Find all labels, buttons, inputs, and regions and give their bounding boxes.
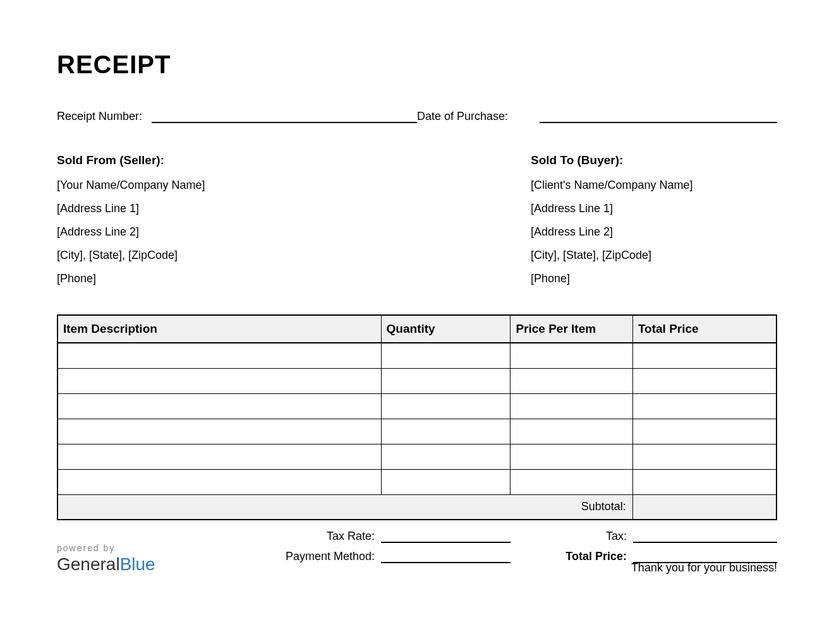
cell-total-price[interactable]: [632, 343, 777, 368]
seller-address2: [Address Line 2]: [57, 225, 417, 239]
tax-row: Tax Rate: Tax:: [57, 529, 777, 543]
cell-price-per-item[interactable]: [511, 444, 632, 469]
cell-price-per-item[interactable]: [511, 343, 632, 368]
table-row: [57, 368, 777, 393]
buyer-city-state-zip: [City], [State], [ZipCode]: [531, 249, 777, 262]
cell-price-per-item[interactable]: [511, 393, 632, 419]
cell-description[interactable]: [57, 444, 381, 469]
powered-by-text: powered by: [57, 543, 155, 553]
cell-total-price[interactable]: [632, 469, 777, 494]
seller-address1: [Address Line 1]: [57, 202, 417, 215]
buyer-header: Sold To (Buyer):: [531, 153, 777, 167]
logo: GeneralBlue: [57, 554, 155, 575]
logo-part2: Blue: [120, 554, 155, 574]
buyer-address2: [Address Line 2]: [531, 225, 777, 239]
buyer-phone: [Phone]: [531, 272, 777, 285]
header-description: Item Description: [57, 315, 381, 343]
cell-description[interactable]: [57, 343, 381, 368]
receipt-title: RECEIPT: [57, 51, 777, 79]
summary-section: Tax Rate: Tax: Payment Method: Total Pri…: [57, 529, 777, 563]
table-row: [57, 343, 777, 368]
seller-header: Sold From (Seller):: [57, 153, 417, 167]
date-input[interactable]: [540, 109, 777, 123]
cell-description[interactable]: [57, 469, 381, 494]
cell-price-per-item[interactable]: [511, 469, 632, 494]
table-row: [57, 419, 777, 444]
tax-input[interactable]: [633, 529, 777, 543]
cell-quantity[interactable]: [381, 393, 511, 419]
buyer-name: [Client's Name/Company Name]: [531, 179, 777, 192]
table-row: [57, 393, 777, 419]
header-quantity: Quantity: [381, 315, 511, 343]
cell-total-price[interactable]: [632, 444, 777, 469]
cell-price-per-item[interactable]: [511, 368, 632, 393]
subtotal-label: Subtotal:: [57, 494, 632, 520]
tax-label: Tax:: [511, 530, 633, 543]
cell-price-per-item[interactable]: [511, 419, 632, 444]
buyer-column: Sold To (Buyer): [Client's Name/Company …: [417, 153, 777, 295]
cell-quantity[interactable]: [381, 368, 511, 393]
seller-phone: [Phone]: [57, 272, 417, 285]
table-row: [57, 469, 777, 494]
meta-row: Receipt Number: Date of Purchase:: [57, 109, 777, 123]
subtotal-value[interactable]: [632, 494, 777, 520]
tax-rate-label: Tax Rate:: [57, 530, 381, 543]
items-table: Item Description Quantity Price Per Item…: [57, 314, 777, 520]
tax-rate-input[interactable]: [381, 529, 511, 543]
logo-part1: General: [57, 554, 120, 574]
seller-name: [Your Name/Company Name]: [57, 179, 417, 192]
header-price-per-item: Price Per Item: [511, 315, 632, 343]
header-total-price: Total Price: [632, 315, 777, 343]
cell-description[interactable]: [57, 368, 381, 393]
seller-column: Sold From (Seller): [Your Name/Company N…: [57, 153, 417, 295]
cell-quantity[interactable]: [381, 343, 511, 368]
cell-quantity[interactable]: [381, 419, 511, 444]
receipt-number-label: Receipt Number:: [57, 110, 148, 123]
buyer-address1: [Address Line 1]: [531, 202, 777, 215]
cell-total-price[interactable]: [632, 368, 777, 393]
table-row: [57, 444, 777, 469]
receipt-number-input[interactable]: [152, 109, 417, 123]
cell-quantity[interactable]: [381, 469, 511, 494]
footer-logo: powered by GeneralBlue: [57, 543, 155, 575]
cell-description[interactable]: [57, 393, 381, 419]
receipt-number-field: Receipt Number:: [57, 109, 417, 123]
payment-method-input[interactable]: [381, 549, 511, 563]
subtotal-row: Subtotal:: [57, 494, 777, 520]
thank-you-text: Thank you for your business!: [631, 561, 777, 575]
cell-quantity[interactable]: [381, 444, 511, 469]
date-field: Date of Purchase:: [417, 109, 777, 123]
cell-description[interactable]: [57, 419, 381, 444]
parties-section: Sold From (Seller): [Your Name/Company N…: [57, 153, 777, 295]
total-price-label: Total Price:: [511, 550, 633, 563]
seller-city-state-zip: [City], [State], [ZipCode]: [57, 249, 417, 262]
cell-total-price[interactable]: [632, 393, 777, 419]
date-label: Date of Purchase:: [417, 110, 514, 123]
cell-total-price[interactable]: [632, 419, 777, 444]
